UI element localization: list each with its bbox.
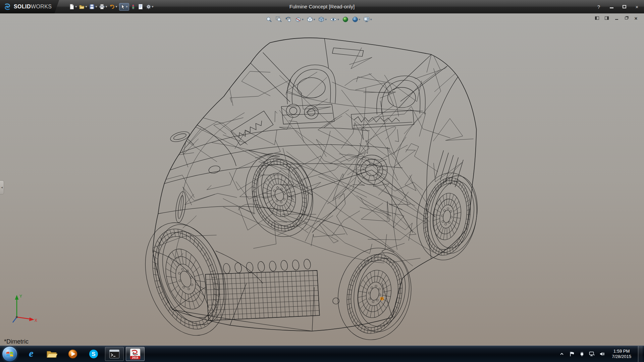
new-document-icon	[69, 4, 75, 10]
internal-geometry	[99, 48, 473, 272]
command-prompt-icon	[109, 349, 120, 359]
taskbar-skype[interactable]: S	[84, 347, 103, 361]
window-controls: ? ×	[595, 0, 641, 13]
graphics-area[interactable]: ▾ ▾ ▾ ▾	[0, 13, 644, 346]
show-right-pane-button[interactable]	[604, 15, 609, 21]
right-pane-icon	[605, 16, 609, 20]
heads-up-view-toolbar: ▾ ▾ ▾ ▾	[265, 15, 372, 23]
solidworks-app-icon: 2015	[129, 348, 141, 360]
desktop: SOLIDWORKS ▾ ▾	[0, 0, 644, 362]
zoom-to-fit-button[interactable]	[265, 15, 273, 23]
skype-icon: S	[88, 349, 99, 359]
doc-restore-icon	[625, 17, 628, 19]
previous-view-button[interactable]	[285, 15, 292, 23]
minimize-button[interactable]	[608, 3, 615, 10]
options-button[interactable]: ▾	[145, 3, 154, 10]
apply-scene-globe-icon	[352, 16, 358, 23]
print-button[interactable]: ▾	[99, 3, 107, 10]
taskbar-solidworks[interactable]: 2015	[126, 347, 145, 361]
open-document-button[interactable]: ▾	[78, 3, 87, 10]
media-player-icon	[67, 349, 78, 359]
reference-triad: Y X	[10, 291, 38, 327]
volume-button[interactable]	[599, 351, 605, 357]
minimize-icon	[610, 7, 613, 8]
brand-text: SOLIDWORKS	[14, 4, 52, 10]
new-document-button[interactable]: ▾	[68, 3, 77, 10]
rebuild-button[interactable]	[130, 3, 136, 10]
select-cursor-icon	[120, 4, 126, 10]
menu-bar: SOLIDWORKS ▾ ▾	[0, 0, 644, 13]
undo-button[interactable]: ▾	[109, 3, 117, 10]
select-tool-button[interactable]: ▾	[119, 3, 129, 11]
display-style-cube-icon	[318, 16, 325, 23]
view-orientation-cube-icon	[307, 16, 313, 23]
display-style-button[interactable]: ▾	[318, 15, 327, 23]
save-button[interactable]: ▾	[89, 3, 97, 10]
previous-view-icon	[285, 16, 292, 23]
options-gear-icon	[146, 4, 152, 10]
dropdown-caret-icon[interactable]: ▾	[85, 5, 87, 8]
apply-scene-button[interactable]: ▾	[351, 15, 361, 23]
hide-show-eye-icon	[330, 16, 337, 23]
dropdown-caret-icon[interactable]: ▾	[314, 18, 315, 21]
section-view-icon	[295, 16, 302, 23]
tray-expand-button[interactable]	[559, 351, 565, 357]
doc-minimize-icon	[615, 19, 618, 20]
section-view-button[interactable]: ▾	[294, 15, 304, 23]
network-status-button[interactable]	[589, 351, 595, 357]
3ds-logo-icon	[3, 3, 11, 11]
flag-icon	[569, 351, 575, 357]
dropdown-caret-icon[interactable]: ▾	[302, 18, 304, 21]
system-tray: 1:59 PM 7/28/2015	[559, 346, 644, 362]
taskbar-windows-explorer[interactable]	[43, 347, 61, 361]
dropdown-caret-icon[interactable]: ▾	[75, 5, 77, 8]
dropdown-caret-icon[interactable]: ▾	[325, 18, 327, 21]
show-desktop-button[interactable]	[638, 346, 643, 362]
save-icon	[89, 4, 95, 10]
svg-text:S: S	[92, 351, 95, 357]
speaker-icon	[599, 351, 605, 357]
dropdown-caret-icon[interactable]: ▾	[126, 5, 128, 8]
solidworks-logo[interactable]: SOLIDWORKS	[0, 0, 59, 13]
view-orientation-button[interactable]: ▾	[306, 15, 316, 23]
y-axis-label: Y	[19, 294, 22, 299]
dropdown-caret-icon[interactable]: ▾	[105, 5, 107, 8]
edit-appearance-button[interactable]	[341, 15, 349, 23]
doc-close-button[interactable]: ×	[633, 15, 639, 21]
dropdown-caret-icon[interactable]: ▾	[337, 18, 339, 21]
close-button[interactable]: ×	[633, 3, 641, 10]
solidworks-version-badge: 2015	[132, 356, 139, 359]
folder-icon	[46, 349, 58, 359]
x-axis-label: X	[35, 318, 37, 323]
start-button[interactable]	[2, 346, 17, 362]
taskbar-command-prompt[interactable]	[105, 347, 124, 361]
maximize-button[interactable]	[621, 3, 628, 10]
help-button[interactable]: ?	[595, 3, 602, 10]
zoom-to-area-button[interactable]	[275, 15, 282, 23]
power-plug-button[interactable]	[579, 351, 585, 357]
taskbar-internet-explorer[interactable]: e	[22, 347, 41, 361]
model-wireframe[interactable]	[0, 13, 644, 346]
doc-restore-button[interactable]	[624, 15, 629, 21]
hide-show-items-button[interactable]: ▾	[329, 15, 339, 23]
internet-explorer-icon: e	[29, 348, 33, 359]
dropdown-caret-icon[interactable]: ▾	[115, 5, 117, 8]
file-properties-button[interactable]	[137, 3, 144, 10]
taskbar-media-player[interactable]	[63, 347, 82, 361]
feature-manager-collapse-tab[interactable]: ◄	[0, 180, 4, 194]
dropdown-caret-icon[interactable]: ▾	[370, 18, 372, 21]
dropdown-caret-icon[interactable]: ▾	[359, 18, 360, 21]
view-settings-icon	[363, 16, 370, 23]
zoom-to-area-icon	[275, 16, 282, 23]
undo-icon	[109, 4, 115, 10]
show-left-pane-button[interactable]	[594, 15, 600, 21]
dropdown-caret-icon[interactable]: ▾	[152, 5, 154, 8]
windows-flag-icon	[5, 350, 14, 358]
grille-mesh	[205, 270, 319, 320]
doc-minimize-button[interactable]	[614, 15, 619, 21]
taskbar-clock[interactable]: 1:59 PM 7/28/2015	[609, 349, 634, 359]
view-settings-button[interactable]: ▾	[363, 15, 372, 23]
action-center-button[interactable]	[569, 351, 575, 357]
dropdown-caret-icon[interactable]: ▾	[95, 5, 97, 8]
wheels-wireframe	[140, 149, 482, 339]
